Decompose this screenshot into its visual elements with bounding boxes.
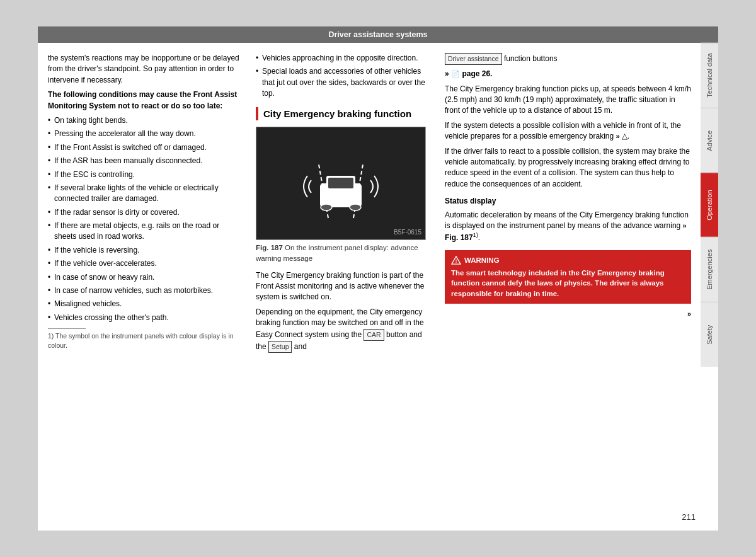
footnote-num: 1) — [48, 332, 54, 340]
arrow-icon: » — [616, 132, 622, 140]
sidebar-tabs: Technical data Advice Operation Emergenc… — [701, 43, 718, 367]
sidebar-tab-advice[interactable]: Advice — [701, 108, 718, 173]
warning-body: The smart technology included in the Cit… — [451, 268, 685, 298]
list-item: Misaligned vehicles. — [48, 299, 243, 309]
middle-column: Vehicles approaching in the opposite dir… — [256, 53, 432, 357]
list-item: If several brake lights of the vehicle o… — [48, 183, 243, 205]
middle-body-2: Depending on the equipment, the City eme… — [256, 307, 432, 353]
warning-title: ! WARNING — [451, 255, 685, 266]
svg-text:!: ! — [455, 258, 457, 264]
warning-continue-arrow: » — [445, 309, 691, 319]
warning-box: ! WARNING The smart technology included … — [445, 250, 691, 304]
list-item: If the ASR has been manually disconnecte… — [48, 156, 243, 166]
function-buttons-text: function buttons — [504, 54, 558, 63]
right-para2: If the system detects a possible collisi… — [445, 120, 691, 142]
page-ref: » 📄 page 26. — [445, 69, 691, 79]
right-column: Driver assistance function buttons » 📄 p… — [445, 53, 694, 357]
footnote: 1) The symbol on the instrument panels w… — [48, 331, 243, 350]
page-number: 211 — [682, 512, 696, 522]
list-item: In case of narrow vehicles, such as moto… — [48, 285, 243, 296]
page-container: Driver assistance systems the system's r… — [38, 26, 718, 531]
driver-assistance-button: Driver assistance — [445, 53, 502, 65]
fig-187-image: B5F-0615 — [256, 127, 426, 240]
right-para1: The City Emergency braking function pick… — [445, 84, 691, 117]
warning-triangle-inline: △ — [622, 132, 627, 141]
right-top-line: Driver assistance function buttons — [445, 53, 691, 65]
tab-label-operation: Operation — [706, 190, 713, 220]
middle-body-1: The City Emergency braking function is p… — [256, 270, 432, 303]
sidebar-tab-technical-data[interactable]: Technical data — [701, 43, 718, 108]
list-item: If the radar sensor is dirty or covered. — [48, 207, 243, 218]
warning-label: WARNING — [464, 255, 500, 266]
page-icon: 📄 — [451, 70, 460, 78]
car-illustration — [294, 146, 388, 221]
arrow-right-icon: » — [445, 69, 449, 78]
tab-label-emergencies: Emergencies — [706, 250, 713, 290]
list-item: Vehicles approaching in the opposite dir… — [256, 53, 432, 64]
bold-heading: The following conditions may cause the F… — [48, 89, 243, 112]
header-bar: Driver assistance systems — [38, 26, 718, 43]
status-fig: Fig. 187 — [445, 233, 473, 242]
list-item: If the vehicle over-accelerates. — [48, 258, 243, 269]
sidebar-tab-operation[interactable]: Operation — [701, 173, 718, 238]
warning-triangle-icon: ! — [451, 256, 461, 265]
tab-label-safety: Safety — [706, 325, 713, 345]
list-item: If the Front Assist is switched off or d… — [48, 142, 243, 153]
arrow-icon-2: » — [683, 222, 687, 229]
car-button: CAR — [364, 329, 384, 341]
list-item: Special loads and accessories of other v… — [256, 66, 432, 99]
footnote-text: The symbol on the instrument panels with… — [48, 332, 234, 349]
setup-button: Setup — [268, 341, 292, 353]
main-content: the system's reactions may be inopportun… — [38, 43, 701, 367]
list-item: On taking tight bends. — [48, 115, 243, 126]
tab-label-technical: Technical data — [706, 54, 713, 98]
left-column: the system's reactions may be inopportun… — [48, 53, 243, 357]
image-code: B5F-0615 — [394, 228, 421, 238]
list-item: If there are metal objects, e.g. rails o… — [48, 221, 243, 243]
fig-caption-bold: Fig. 187 — [256, 244, 283, 251]
right-para3: If the driver fails to react to a possib… — [445, 146, 691, 190]
status-heading: Status display — [445, 196, 691, 207]
sidebar-tab-emergencies[interactable]: Emergencies — [701, 237, 718, 302]
fig-caption: Fig. 187 On the instrument panel display… — [256, 243, 432, 263]
list-item: In case of snow or heavy rain. — [48, 272, 243, 283]
header-title: Driver assistance systems — [328, 30, 427, 39]
intro-text: the system's reactions may be inopportun… — [48, 53, 243, 86]
list-item: Pressing the accelerator all the way dow… — [48, 129, 243, 139]
list-item: If the ESC is controlling. — [48, 169, 243, 180]
status-para: Automatic deceleration by means of the C… — [445, 210, 691, 244]
sidebar-tab-safety[interactable]: Safety — [701, 302, 718, 367]
page-ref-text: page 26. — [462, 69, 492, 78]
svg-rect-4 — [328, 178, 353, 188]
section-title: City Emergency braking function — [256, 107, 432, 121]
tab-label-advice: Advice — [706, 130, 713, 151]
list-item: If the vehicle is reversing. — [48, 245, 243, 256]
svg-point-5 — [321, 204, 332, 210]
footnote-divider — [48, 328, 86, 329]
svg-point-6 — [350, 204, 361, 210]
continue-arrow-icon: » — [687, 310, 691, 318]
content-area: the system's reactions may be inopportun… — [38, 43, 718, 367]
bullet-list-left: On taking tight bends. Pressing the acce… — [48, 115, 243, 323]
status-superscript: 1) — [473, 232, 478, 238]
list-item: Vehicles crossing the other's path. — [48, 313, 243, 323]
